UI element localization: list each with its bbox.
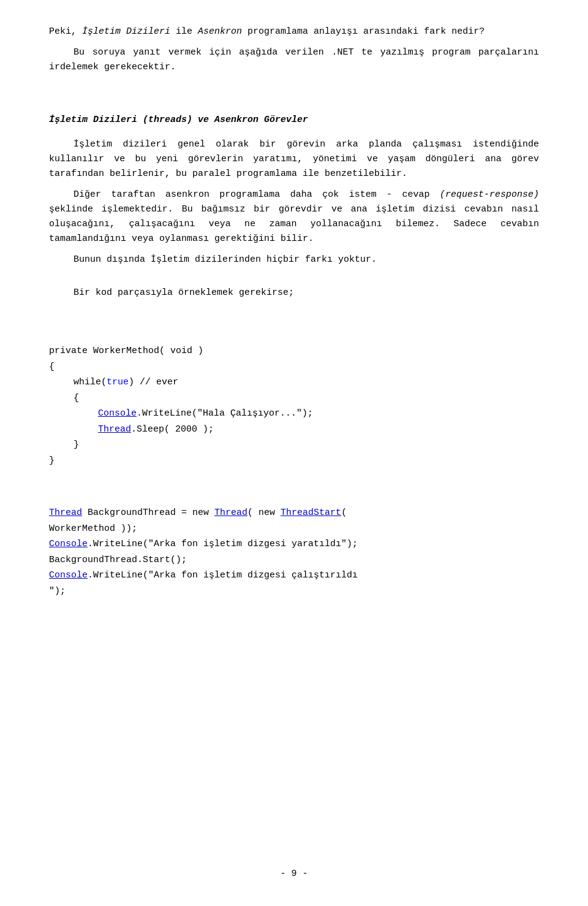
- code-block: private WorkerMethod( void ) { while(tru…: [49, 343, 539, 468]
- body-para-1: İşletim dizileri genel olarak bir görevi…: [49, 137, 539, 181]
- console-link-3[interactable]: Console: [49, 570, 88, 581]
- thread-link-2[interactable]: Thread: [49, 508, 82, 518]
- example-intro: Bir kod parçasıyla örneklemek gerekirse;: [49, 286, 539, 300]
- page: Peki, İşletim Dizileri ile Asenkron prog…: [0, 0, 588, 906]
- page-number: - 9 -: [0, 867, 588, 881]
- intro-line2: Bu soruya yanıt vermek için aşağıda veri…: [49, 45, 539, 75]
- code-line-10: WorkerMethod ));: [49, 521, 539, 537]
- code-line-12: BackgroundThread.Start();: [49, 552, 539, 568]
- code-line-13: Console.WriteLine("Arka fon işletim dizg…: [49, 568, 539, 584]
- code-line-8: }: [49, 453, 539, 469]
- console-link-1[interactable]: Console: [98, 408, 137, 419]
- thread-link-3[interactable]: Thread: [214, 508, 247, 518]
- code-line-4: {: [49, 390, 539, 406]
- intro-line1: Peki, İşletim Dizileri ile Asenkron prog…: [49, 25, 539, 39]
- console-link-2[interactable]: Console: [49, 539, 88, 549]
- code-line-2: {: [49, 359, 539, 375]
- code-line-6: Thread.Sleep( 2000 );: [49, 422, 539, 438]
- code-line-7: }: [49, 437, 539, 453]
- body-para-2: Diğer taraftan asenkron programlama daha…: [49, 188, 539, 246]
- intro-block: Peki, İşletim Dizileri ile Asenkron prog…: [49, 25, 539, 75]
- section-heading: İşletim Dizileri (threads) ve Asenkron G…: [49, 113, 539, 128]
- code-line-9: Thread BackgroundThread = new Thread( ne…: [49, 505, 539, 521]
- code-line-3: while(true) // ever: [49, 375, 539, 390]
- code-line-14: ");: [49, 584, 539, 600]
- thread-link-1[interactable]: Thread: [98, 424, 131, 435]
- code-block-2: Thread BackgroundThread = new Thread( ne…: [49, 505, 539, 599]
- code-line-5: Console.WriteLine("Hala Çalışıyor...");: [49, 406, 539, 422]
- threadstart-link[interactable]: ThreadStart: [281, 508, 341, 518]
- code-line-1: private WorkerMethod( void ): [49, 343, 539, 359]
- body-para-3: Bunun dışında İşletim dizilerinden hiçbi…: [49, 253, 539, 267]
- code-line-11: Console.WriteLine("Arka fon işletim dizg…: [49, 536, 539, 552]
